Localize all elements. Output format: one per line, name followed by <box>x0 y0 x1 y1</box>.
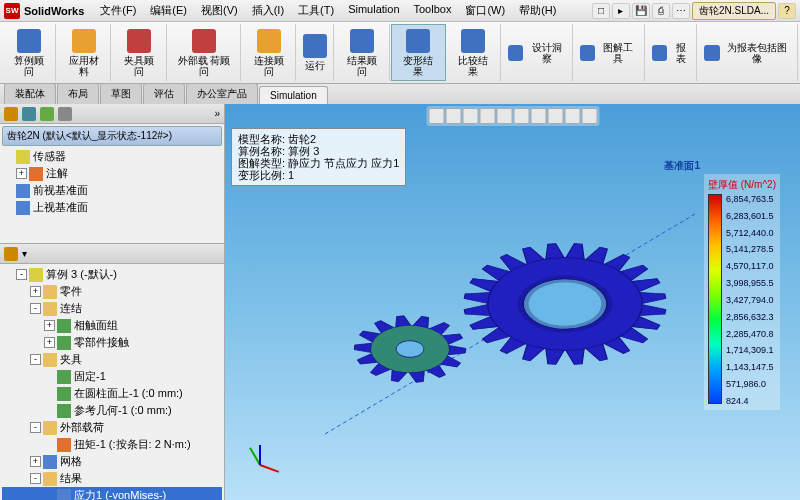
sim-tree-node[interactable]: +零件 <box>2 283 222 300</box>
zoom-fit-icon[interactable] <box>428 108 444 124</box>
menu-item[interactable]: 窗口(W) <box>459 1 511 20</box>
large-gear[interactable] <box>455 194 675 414</box>
pm-tab-icon[interactable] <box>22 107 36 121</box>
tab-评估[interactable]: 评估 <box>143 83 185 104</box>
sim-tree-node[interactable]: +网格 <box>2 453 222 470</box>
search-button[interactable]: ? <box>778 3 796 19</box>
expand-icon[interactable]: - <box>30 303 41 314</box>
ribbon-设计洞察[interactable]: 设计洞察 <box>502 24 573 81</box>
legend-title: 壁厚值 (N/m^2) <box>708 178 776 192</box>
cm-tab-icon[interactable] <box>40 107 54 121</box>
menu-item[interactable]: Toolbox <box>408 1 458 20</box>
menu-item[interactable]: 插入(I) <box>246 1 290 20</box>
ribbon-icon <box>192 29 216 53</box>
save-button[interactable]: 💾 <box>632 3 650 19</box>
open-button[interactable]: ▸ <box>612 3 630 19</box>
ribbon-icon <box>461 29 485 53</box>
sim-tree-node[interactable]: -夹具 <box>2 351 222 368</box>
ribbon-label: 为报表包括图像 <box>724 42 791 64</box>
node-icon <box>57 404 71 418</box>
expand-icon[interactable]: - <box>30 473 41 484</box>
new-doc-button[interactable]: □ <box>592 3 610 19</box>
expand-icon[interactable]: + <box>16 168 27 179</box>
tab-草图[interactable]: 草图 <box>100 83 142 104</box>
ribbon-夹具顾问[interactable]: 夹具顾 问 <box>112 24 166 81</box>
menu-item[interactable]: 编辑(E) <box>144 1 193 20</box>
node-icon <box>57 370 71 384</box>
sim-tree-node[interactable]: 参考几何-1 (:0 mm:) <box>2 402 222 419</box>
node-label: 算例 3 (-默认-) <box>46 267 117 282</box>
tree-node[interactable]: +注解 <box>2 165 222 182</box>
sim-tree-node[interactable]: 扭矩-1 (:按条目: 2 N·m:) <box>2 436 222 453</box>
ribbon-运行[interactable]: 运行 <box>297 24 334 81</box>
prev-view-icon[interactable] <box>462 108 478 124</box>
tab-布局[interactable]: 布局 <box>57 83 99 104</box>
menu-item[interactable]: 文件(F) <box>94 1 142 20</box>
expand-icon[interactable]: - <box>30 354 41 365</box>
expand-icon[interactable]: - <box>16 269 27 280</box>
tab-装配体[interactable]: 装配体 <box>4 83 56 104</box>
sim-tree-node[interactable]: 应力1 (-vonMises-) <box>2 487 222 500</box>
hide-show-icon[interactable] <box>530 108 546 124</box>
tree-node[interactable]: 传感器 <box>2 148 222 165</box>
sim-tree-node[interactable]: -算例 3 (-默认-) <box>2 266 222 283</box>
ribbon-icon <box>508 45 523 61</box>
document-tab[interactable]: 齿轮2N.SLDA... <box>692 2 776 20</box>
ribbon-算例顾问[interactable]: 算例顾 问 <box>2 24 56 81</box>
expand-icon[interactable]: + <box>30 456 41 467</box>
ribbon: 算例顾 问应用材 料夹具顾 问外部载 荷顾问连接顾 问运行结果顾 问变形结 果比… <box>0 22 800 84</box>
ribbon-连接顾问[interactable]: 连接顾 问 <box>242 24 296 81</box>
sim-tree-node[interactable]: -外部载荷 <box>2 419 222 436</box>
node-icon <box>57 319 71 333</box>
sim-tree-node[interactable]: +相触面组 <box>2 317 222 334</box>
tab-Simulation[interactable]: Simulation <box>259 86 328 104</box>
view-orient-icon[interactable] <box>496 108 512 124</box>
ribbon-外部载荷顾问[interactable]: 外部载 荷顾问 <box>168 24 242 81</box>
ribbon-图解工具[interactable]: 图解工具 <box>574 24 645 81</box>
ribbon-报表[interactable]: 报表 <box>646 24 698 81</box>
gear-assembly[interactable] <box>315 174 695 454</box>
orientation-triad[interactable] <box>235 440 285 490</box>
display-style-icon[interactable] <box>513 108 529 124</box>
expand-icon[interactable]: - <box>30 422 41 433</box>
expand-icon[interactable]: + <box>44 337 55 348</box>
menu-item[interactable]: 帮助(H) <box>513 1 562 20</box>
ribbon-变形结果[interactable]: 变形结 果 <box>391 24 446 81</box>
node-label: 注解 <box>46 166 68 181</box>
model-tree-header[interactable]: 齿轮2N (默认<默认_显示状态-112#>) <box>2 126 222 146</box>
view-setting-icon[interactable] <box>581 108 597 124</box>
print-button[interactable]: ⎙ <box>652 3 670 19</box>
ribbon-icon <box>406 29 430 53</box>
ribbon-为报表包括图像[interactable]: 为报表包括图像 <box>698 24 798 81</box>
section-icon[interactable] <box>479 108 495 124</box>
filter-icon[interactable] <box>4 247 18 261</box>
menu-item[interactable]: 视图(V) <box>195 1 244 20</box>
expand-button[interactable]: » <box>214 108 220 119</box>
stress-legend[interactable]: 壁厚值 (N/m^2) 6,854,763.56,283,601.55,712,… <box>704 174 780 410</box>
small-gear[interactable] <box>345 284 475 414</box>
sim-tree-node[interactable]: -连结 <box>2 300 222 317</box>
apply-scene-icon[interactable] <box>564 108 580 124</box>
expand-icon[interactable]: + <box>44 320 55 331</box>
ribbon-比较结果[interactable]: 比较结 果 <box>447 24 501 81</box>
tab-办公室产品[interactable]: 办公室产品 <box>186 83 258 104</box>
dim-tab-icon[interactable] <box>58 107 72 121</box>
menu-item[interactable]: Simulation <box>342 1 405 20</box>
sim-tree-node[interactable]: -结果 <box>2 470 222 487</box>
more-button[interactable]: ⋯ <box>672 3 690 19</box>
expand-icon[interactable]: + <box>30 286 41 297</box>
tree-node[interactable]: 前视基准面 <box>2 182 222 199</box>
sim-tree-node[interactable]: +零部件接触 <box>2 334 222 351</box>
zoom-area-icon[interactable] <box>445 108 461 124</box>
node-label: 传感器 <box>33 149 66 164</box>
sim-tree-node[interactable]: 固定-1 <box>2 368 222 385</box>
menu-item[interactable]: 工具(T) <box>292 1 340 20</box>
fm-tab-icon[interactable] <box>4 107 18 121</box>
legend-value: 5,141,278.5 <box>726 244 774 254</box>
graphics-viewport[interactable]: 模型名称: 齿轮2 算例名称: 算例 3 图解类型: 静应力 节点应力 应力1 … <box>225 104 800 500</box>
edit-scene-icon[interactable] <box>547 108 563 124</box>
ribbon-结果顾问[interactable]: 结果顾 问 <box>335 24 389 81</box>
ribbon-应用材料[interactable]: 应用材 料 <box>57 24 111 81</box>
sim-tree-node[interactable]: 在圆柱面上-1 (:0 mm:) <box>2 385 222 402</box>
tree-node[interactable]: 上视基准面 <box>2 199 222 216</box>
